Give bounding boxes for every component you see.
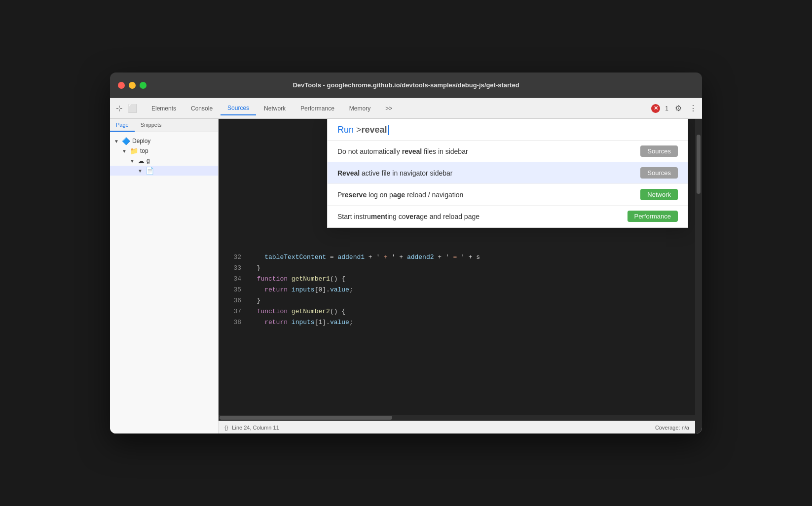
tree-label-top: top [140, 147, 148, 154]
tab-sources[interactable]: Sources [221, 102, 256, 115]
settings-icon[interactable]: ⚙ [673, 104, 683, 113]
cloud-icon: ☁ [138, 157, 145, 165]
tree-label-g: g [147, 157, 150, 164]
query-text: >reveal [356, 125, 387, 135]
code-content: tableTextContent = addend1 + ' + ' + add… [249, 252, 687, 263]
sidebar-tab-page[interactable]: Page [110, 119, 135, 132]
tree-item-top[interactable]: ▼ 📁 top [110, 146, 218, 156]
error-badge: ✕ [651, 104, 660, 113]
tab-more[interactable]: >> [378, 102, 399, 115]
sidebar-tabs: Page Snippets [110, 119, 218, 132]
code-line-33: 33 } [219, 263, 695, 274]
more-options-icon[interactable]: ⋮ [688, 104, 698, 113]
line-number: 33 [226, 263, 241, 274]
format-icon[interactable]: {} [224, 425, 228, 431]
deploy-icon: 🔷 [122, 137, 130, 145]
result-item-4[interactable]: Start instrumenting coverage and reload … [328, 206, 688, 227]
tree-item-file[interactable]: ▼ 📄 [110, 166, 218, 176]
result-text-4: Start instrumenting coverage and reload … [337, 213, 627, 220]
code-content: return inputs[1].value; [249, 317, 687, 328]
toolbar-icons: ⊹ ⬜ [114, 104, 138, 113]
result-item-3[interactable]: Preserve log on page reload / navigation… [328, 184, 688, 206]
command-palette: Run >reveal Do not automatically reveal … [327, 119, 688, 228]
result-text-1: Do not automatically reveal files in sid… [337, 147, 640, 155]
error-count: 1 [665, 105, 668, 112]
tab-network[interactable]: Network [257, 102, 293, 115]
tree-arrow: ▼ [114, 139, 120, 144]
tree-arrow: ▼ [138, 168, 144, 174]
code-line-36: 36 } [219, 295, 695, 306]
sidebar-tab-snippets[interactable]: Snippets [135, 119, 168, 132]
result-badge-3: Network [640, 189, 678, 200]
tab-bar-right: ✕ 1 ⚙ ⋮ [651, 104, 698, 113]
status-bar: {} Line 24, Column 11 Coverage: n/a [219, 421, 695, 434]
code-line-34: 34 function getNumber1() { [219, 274, 695, 285]
tree-arrow: ▼ [122, 148, 128, 154]
tab-memory[interactable]: Memory [342, 102, 377, 115]
tree-item-g[interactable]: ▼ ☁ g [110, 156, 218, 166]
file-icon: 📄 [146, 167, 154, 175]
main-area: Page Snippets ▼ 🔷 Deploy ▼ 📁 top [110, 119, 702, 434]
sidebar-content: ▼ 🔷 Deploy ▼ 📁 top ▼ ☁ g [110, 132, 218, 434]
top-icon: 📁 [130, 147, 138, 155]
tree-arrow: ▼ [130, 158, 136, 164]
result-badge-4: Performance [627, 211, 678, 222]
traffic-lights [118, 82, 147, 89]
code-content: } [249, 263, 687, 274]
tab-elements[interactable]: Elements [145, 102, 183, 115]
result-item-1[interactable]: Do not automatically reveal files in sid… [328, 141, 688, 162]
line-number: 35 [226, 285, 241, 295]
sidebar: Page Snippets ▼ 🔷 Deploy ▼ 📁 top [110, 119, 219, 434]
result-text-3: Preserve log on page reload / navigation [337, 191, 640, 199]
tree-label-deploy: Deploy [132, 138, 150, 145]
devtools-window: DevTools - googlechrome.github.io/devtoo… [110, 72, 702, 434]
devtools-panel: ⊹ ⬜ Elements Console Sources Network Per… [110, 98, 702, 434]
command-results: Do not automatically reveal files in sid… [328, 141, 688, 227]
code-content: function getNumber2() { [249, 306, 687, 317]
tab-bar: ⊹ ⬜ Elements Console Sources Network Per… [110, 98, 702, 119]
window-title: DevTools - googlechrome.github.io/devtoo… [293, 81, 519, 89]
code-content: } [249, 295, 687, 306]
close-button[interactable] [118, 82, 125, 89]
cursor-position: Line 24, Column 11 [232, 425, 279, 431]
result-item-2[interactable]: Reveal active file in navigator sidebar … [328, 162, 688, 184]
minimize-button[interactable] [129, 82, 136, 89]
result-text-2: Reveal active file in navigator sidebar [337, 169, 640, 177]
code-content: return inputs[0].value; [249, 285, 687, 295]
tab-console[interactable]: Console [184, 102, 220, 115]
code-line-37: 37 function getNumber2() { [219, 306, 695, 317]
fullscreen-button[interactable] [140, 82, 147, 89]
cursor [388, 125, 389, 135]
device-icon[interactable]: ⬜ [128, 104, 138, 113]
line-number: 37 [226, 306, 241, 317]
horizontal-scrollbar[interactable] [219, 415, 695, 421]
cursor-icon[interactable]: ⊹ [114, 104, 124, 113]
scrollbar-thumb[interactable] [697, 135, 701, 194]
result-badge-1: Sources [640, 145, 678, 157]
line-number: 34 [226, 274, 241, 285]
line-number: 36 [226, 295, 241, 306]
code-line-32: 32 tableTextContent = addend1 + ' + ' + … [219, 252, 695, 263]
code-line-38: 38 return inputs[1].value; [219, 317, 695, 328]
command-input-text[interactable]: Run >reveal [337, 125, 678, 135]
tree-item-deploy[interactable]: ▼ 🔷 Deploy [110, 136, 218, 146]
code-line-35: 35 return inputs[0].value; [219, 285, 695, 295]
line-number: 32 [226, 252, 241, 263]
code-content: function getNumber1() { [249, 274, 687, 285]
tab-performance[interactable]: Performance [294, 102, 341, 115]
result-badge-2: Sources [640, 167, 678, 179]
coverage-info: Coverage: n/a [655, 425, 689, 431]
title-bar: DevTools - googlechrome.github.io/devtoo… [110, 72, 702, 98]
vertical-scrollbar[interactable] [695, 119, 702, 434]
line-number: 38 [226, 317, 241, 328]
run-label: Run [337, 125, 356, 135]
h-scroll-thumb[interactable] [220, 416, 392, 420]
command-input-row: Run >reveal [328, 119, 688, 141]
